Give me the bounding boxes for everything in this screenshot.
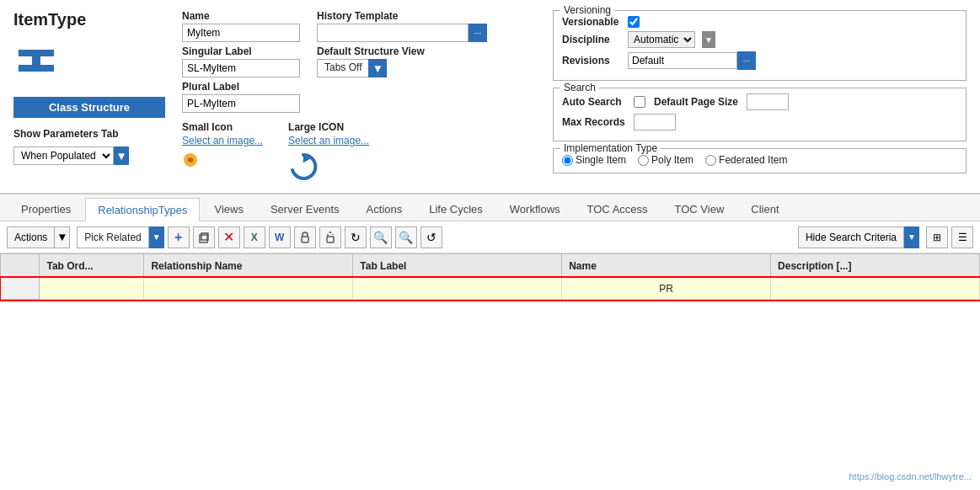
actions-dropdown-arrow[interactable]: ▼ (55, 226, 70, 248)
header-name[interactable]: Name (562, 254, 771, 278)
tab-toc-access[interactable]: TOC Access (575, 197, 661, 221)
discipline-select[interactable]: Automatic (628, 31, 695, 48)
single-item-radio[interactable] (562, 155, 573, 166)
header-tab-label[interactable]: Tab Label (353, 254, 562, 278)
radio-group: Single Item Poly Item Federated Item (562, 154, 787, 166)
svg-rect-0 (19, 50, 54, 56)
singular-input[interactable] (182, 59, 300, 77)
tab-relationship-types[interactable]: RelationshipTypes (85, 198, 200, 221)
lock-button[interactable] (294, 226, 316, 248)
name-history-cols: Name Singular Label Plural Label (182, 10, 536, 113)
large-icon-label: Large ICON (288, 121, 369, 133)
max-records-input[interactable] (634, 114, 676, 130)
implementation-title: Implementation Type (560, 142, 661, 154)
copy-button[interactable] (193, 226, 215, 248)
pick-related-button[interactable]: Pick Related (77, 226, 148, 248)
versionable-checkbox[interactable] (628, 16, 640, 28)
tab-workflows[interactable]: Workflows (497, 197, 573, 221)
top-panel: ItemType Class Structure Show Parameters… (0, 0, 980, 194)
revisions-input[interactable] (628, 52, 737, 69)
rotate-button[interactable]: ↻ (345, 226, 367, 248)
header-description[interactable]: Description [...] (771, 254, 980, 278)
svg-rect-7 (302, 237, 308, 242)
grid-view-button[interactable]: ⊞ (926, 226, 948, 248)
list-view-button[interactable]: ☰ (951, 226, 973, 248)
pick-related-arrow[interactable]: ▼ (149, 226, 164, 248)
single-item-radio-label[interactable]: Single Item (562, 154, 626, 166)
svg-rect-2 (19, 65, 54, 72)
small-icon-label: Small Icon (182, 121, 263, 133)
default-structure-arrow[interactable]: ▼ (368, 59, 387, 77)
history-input[interactable] (317, 24, 469, 42)
plural-label: Plural Label (182, 81, 300, 93)
watermark: https://blog.csdn.net/lhwytre... (849, 471, 972, 482)
max-records-label: Max Records (562, 116, 625, 128)
hide-search-button[interactable]: Hide Search Criteria (798, 226, 904, 248)
singular-label: Singular Label (182, 45, 300, 57)
federated-item-radio[interactable] (705, 155, 716, 166)
plural-field-group: Plural Label (182, 81, 300, 113)
large-icon-group: Large ICON Select an image... (288, 121, 369, 184)
tab-actions[interactable]: Actions (354, 197, 415, 221)
tab-life-cycles[interactable]: Life Cycles (416, 197, 495, 221)
itemtype-icon (13, 38, 59, 83)
tab-server-events[interactable]: Server Events (258, 197, 352, 221)
versioning-title: Versioning (560, 4, 614, 16)
when-populated-arrow[interactable]: ▼ (114, 146, 129, 165)
small-icon-group: Small Icon Select an image... (182, 121, 263, 184)
table-row[interactable]: PR (1, 278, 980, 300)
tab-properties[interactable]: Properties (8, 197, 83, 221)
large-icon-link[interactable]: Select an image... (288, 135, 369, 146)
singular-field-group: Singular Label (182, 45, 300, 77)
revisions-ellipsis-button[interactable]: ··· (737, 51, 756, 70)
when-populated-select[interactable]: When Populated (13, 146, 114, 165)
clear-search-button[interactable]: 🔍 (395, 226, 417, 248)
add-button[interactable]: + (168, 226, 190, 248)
tabs-off-display: Tabs Off (317, 59, 368, 77)
excel-button[interactable]: X (244, 226, 265, 248)
default-page-size-input[interactable] (747, 93, 789, 110)
tab-client[interactable]: Client (738, 197, 791, 221)
tab-views[interactable]: Views (201, 197, 255, 221)
left-section: ItemType Class Structure Show Parameters… (13, 10, 165, 165)
poly-item-radio-label[interactable]: Poly Item (638, 154, 693, 166)
reset-button[interactable]: ↺ (420, 226, 442, 248)
row-tab-label (353, 278, 562, 300)
header-relationship-name[interactable]: Relationship Name (144, 254, 353, 278)
row-relationship-name (144, 278, 353, 300)
actions-button[interactable]: Actions (7, 226, 55, 248)
tabs-bar: Properties RelationshipTypes Views Serve… (0, 194, 980, 221)
discipline-row: Discipline Automatic ▼ (562, 31, 957, 48)
tab-toc-view[interactable]: TOC View (662, 197, 737, 221)
name-field-group: Name (182, 10, 300, 42)
app-title: ItemType (13, 10, 165, 29)
federated-item-label: Federated Item (719, 154, 787, 166)
discipline-arrow[interactable]: ▼ (702, 31, 715, 48)
history-ellipsis-button[interactable]: ··· (469, 24, 487, 42)
unlock-button[interactable] (319, 226, 341, 248)
class-structure-button[interactable]: Class Structure (13, 97, 165, 118)
row-description (771, 278, 980, 300)
single-item-label: Single Item (576, 154, 626, 166)
large-icon-preview (288, 152, 369, 184)
auto-search-checkbox[interactable] (634, 96, 645, 108)
toolbar: Actions ▼ Pick Related ▼ + ✕ X W ↻ 🔍 🔍 ↺… (0, 221, 980, 253)
grid-container: Tab Ord... Relationship Name Tab Label N… (0, 253, 980, 490)
delete-button[interactable]: ✕ (218, 226, 240, 248)
auto-search-row: Auto Search Default Page Size (562, 93, 957, 110)
default-structure-group: Default Structure View Tabs Off ▼ (317, 45, 487, 77)
word-button[interactable]: W (269, 226, 291, 248)
when-populated-dropdown-row: When Populated ▼ (13, 146, 165, 165)
history-default-col: History Template ··· Default Structure V… (317, 10, 487, 113)
plural-input[interactable] (182, 94, 300, 113)
hide-search-arrow[interactable]: ▼ (904, 226, 919, 248)
icons-row: Small Icon Select an image... Large ICON (182, 121, 536, 184)
name-input[interactable] (182, 24, 300, 42)
search-button[interactable]: 🔍 (370, 226, 392, 248)
search-title: Search (560, 82, 599, 93)
header-tab-order[interactable]: Tab Ord... (40, 254, 144, 278)
history-label: History Template (317, 10, 487, 22)
small-icon-link[interactable]: Select an image... (182, 135, 263, 146)
federated-item-radio-label[interactable]: Federated Item (705, 154, 787, 166)
poly-item-radio[interactable] (638, 155, 649, 166)
